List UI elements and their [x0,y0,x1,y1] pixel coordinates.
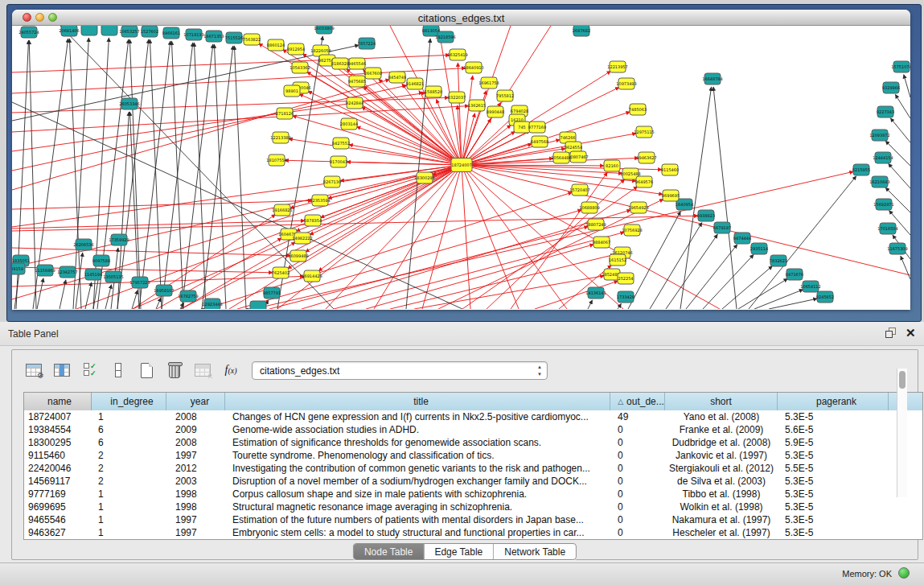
table-cell: 5.3E-5 [778,488,889,500]
table-row[interactable]: 1938455462009Genome-wide association stu… [24,423,922,436]
graph-node[interactable] [250,301,266,309]
graph-node-label: 1615152 [609,257,626,262]
table-cell: de Silva et al. (2003) [665,476,778,487]
graph-node-label: 14136141 [585,290,606,295]
column-header-year[interactable]: year [166,393,225,410]
graph-edge [302,210,630,309]
graph-node-label: 9146821 [406,81,424,86]
graph-node-label: 9115460 [661,167,679,172]
column-header-label: year [191,396,209,407]
table-row[interactable]: 1872400712008Changes of HCN gene express… [24,410,922,423]
graph-node-label: 16099489 [288,253,308,258]
table-row[interactable]: 1456911722003Disruption of a novel membe… [24,475,922,488]
graph-node-label: 2718126 [276,111,294,116]
table-cell: 5.3E-5 [778,411,889,422]
table-row[interactable]: 977716911998Corpus callosum shape and si… [24,488,922,501]
table-cell: 5.6E-5 [778,424,889,435]
graph-node[interactable] [101,26,117,35]
table-cell: 1 [92,411,166,422]
table-cell: 18724007 [24,411,92,422]
row-selection-button[interactable]: ✓✓ [80,360,101,381]
graph-node-label: 7955812 [496,93,514,98]
graph-edge [462,165,910,275]
table-cell: Disruption of a novel member of a sodium… [225,476,610,487]
table-cell: Stergiakouli et al. (2012) [665,463,778,474]
table-cell: 5.3E-5 [778,501,889,513]
table-row[interactable]: 1830029562008Estimation of significance … [24,436,922,449]
tab-node-table[interactable]: Node Table [354,544,425,559]
graph-edge [85,282,92,309]
graph-edge [299,94,462,165]
table-cell: Tibbo et al. (1998) [665,488,778,500]
graph-node-label: 6679197 [713,225,731,230]
graph-edge [37,278,43,309]
tab-network-table[interactable]: Network Table [494,544,576,559]
graph-edge [901,256,910,279]
create-column-button[interactable] [136,360,157,381]
column-header-short[interactable]: short [665,393,778,410]
table-cell: 5.3E-5 [778,450,889,461]
table-cell: Embryonic stem cells: a model to study s… [225,527,610,538]
table-selector-dropdown[interactable]: citations_edges.txt ▲▼ [252,361,548,380]
graph-node-label: 1362615 [468,103,486,108]
column-header-label: name [47,396,72,407]
network-window-titlebar[interactable]: citations_edges.txt [12,10,910,26]
graph-node-label: 18807249 [585,222,606,227]
column-header-label: short [710,396,732,407]
column-header-name[interactable]: name [24,393,92,410]
column-header-label: out_de... [626,396,664,407]
column-header-title[interactable]: title [225,393,610,410]
table-cell: 18300295 [24,437,92,448]
function-builder-button[interactable]: f(x) [220,360,241,381]
graph-node[interactable] [81,26,97,35]
graph-edge [895,94,910,118]
table-row[interactable]: 969969511998Structural magnetic resonanc… [24,501,922,513]
delete-table-button: ✕ [192,360,213,381]
column-header-out_degree[interactable]: △out_de... [610,393,665,410]
table-row[interactable]: 2242004622012Investigating the contribut… [24,462,922,475]
table-row[interactable]: 911546021997Tourette syndrome. Phenomeno… [24,449,922,462]
function-icon: f(x) [225,364,237,377]
graph-edge [414,276,604,309]
graph-node-label: 12975115 [634,130,654,134]
table-cell: 0 [610,437,665,448]
table-cell: 5.3E-5 [778,527,889,538]
column-header-in_degree[interactable]: in_degree [92,393,166,410]
graph-node-label: 8813054 [422,28,440,33]
table-row[interactable]: 946554611997Estimation of the future num… [24,513,922,526]
float-window-icon[interactable] [885,328,897,339]
column-layout-button[interactable] [108,360,129,381]
graph-edge [462,187,638,309]
graph-node-label: 9474444 [733,236,751,241]
graph-node-label: 19654923 [628,205,648,210]
table-row[interactable]: 946362711997Embryonic stem cells: a mode… [24,526,922,539]
table-type-tabs: Node Table Edge Table Network Table [353,543,577,560]
graph-node-label: 16325419 [447,52,467,57]
graph-node-label: 18724007 [451,163,471,167]
graph-node-label: 8471676 [786,272,803,277]
graph-node-label: 7563822 [243,37,261,42]
graph-node-label: 16958107 [154,288,174,293]
vertical-scrollbar[interactable] [897,369,907,497]
close-panel-icon[interactable]: ✕ [906,326,916,340]
delete-column-button[interactable] [164,360,185,381]
memory-ok-indicator[interactable] [898,567,910,579]
tab-edge-table[interactable]: Edge Table [424,544,494,559]
table-cell: 6 [92,424,166,435]
table-options-button[interactable]: ⚙ [23,360,44,381]
network-canvas[interactable]: 2405572420691406106532571527602846616110… [12,26,910,309]
scrollbar-thumb[interactable] [899,371,906,389]
table-cell: 1 [92,514,166,525]
graph-node-label: 18107554 [266,158,286,163]
graph-node-label: 7485063 [629,107,647,112]
graph-node-label: 8860124 [267,43,285,47]
column-header-pagerank[interactable]: pagerank [778,393,889,410]
show-columns-button[interactable] [51,360,72,381]
graph-node-label: 12213389 [270,135,290,140]
table-cell: 0 [610,450,665,461]
graph-node-label: 9475685 [348,79,366,84]
graph-node-label: 2687682 [573,28,590,33]
table-panel-box: ⚙ ✓✓ ✕ f(x) citation [11,349,918,560]
graph-node-label: 13505135 [103,274,123,279]
graph-node-label: 16914429 [302,274,322,278]
